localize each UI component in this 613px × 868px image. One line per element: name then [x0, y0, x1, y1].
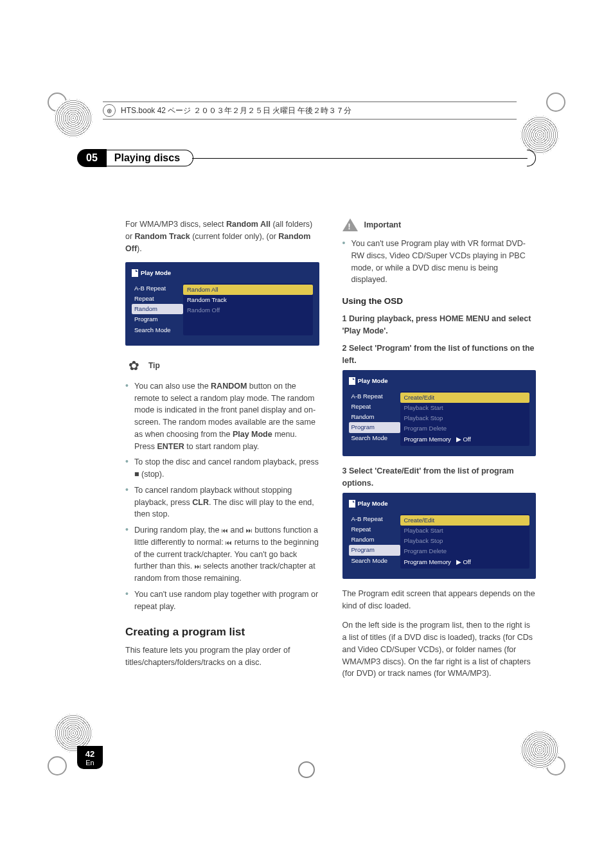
print-header: ⊕ HTS.book 42 ページ ２００３年２月２５日 火曜日 午後２時３７分	[103, 102, 517, 120]
tip-label: Tip	[148, 360, 160, 371]
menu-item: A-B Repeat	[132, 283, 183, 294]
menu-item-selected: Random	[132, 304, 183, 314]
section-header: 05 Playing discs	[77, 149, 536, 167]
menu-option-dim: Program Delete	[400, 546, 530, 556]
intro-paragraph: For WMA/MP3 discs, select Random All (al…	[125, 218, 319, 254]
page-footer: 42 En	[77, 746, 103, 769]
left-column: For WMA/MP3 discs, select Random All (al…	[125, 218, 319, 701]
menu-option-selected: Create/Edit	[400, 515, 530, 526]
menu-item: A-B Repeat	[349, 391, 400, 402]
menu-option-dim: Playback Start	[400, 403, 530, 413]
program-edit-body-1: The Program edit screen that appears dep…	[342, 588, 537, 612]
gear-icon: ✿	[125, 357, 142, 374]
menu-item-selected: Program	[349, 422, 400, 432]
term-random-track: Random Track	[135, 232, 190, 241]
osd-menu-create-edit: Play Mode A-B Repeat Repeat Random Progr…	[342, 493, 537, 579]
important-header: Important	[342, 218, 537, 231]
step-3: 3 Select 'Create/Edit' from the list of …	[342, 465, 537, 490]
tip-item: During random play, the ⏮ and ⏭ buttons …	[125, 524, 319, 585]
page-lang: En	[85, 759, 94, 766]
menu-option: Program Memory ▶ Off	[400, 434, 530, 445]
menu-item: Repeat	[132, 294, 183, 304]
important-item: You can't use Program play with VR forma…	[342, 238, 537, 286]
menu-option-dim: Program Delete	[400, 423, 530, 434]
heading-using-osd: Using the OSD	[342, 295, 537, 308]
stop-icon: ■	[134, 470, 139, 479]
important-list: You can't use Program play with VR forma…	[342, 238, 537, 286]
menu-left-list: A-B Repeat Repeat Random Program Search …	[349, 391, 400, 446]
warning-icon	[342, 218, 358, 231]
menu-item: Search Mode	[349, 433, 400, 443]
menu-right-list: Create/Edit Playback Start Playback Stop…	[400, 514, 530, 569]
step-1: 1 During playback, press HOME MENU and s…	[342, 313, 537, 337]
tip-header: ✿ Tip	[125, 357, 319, 374]
registration-circle	[520, 116, 559, 154]
menu-item: Random	[349, 412, 400, 422]
menu-title: Play Mode	[141, 269, 171, 278]
next-track-icon: ⏭	[195, 562, 201, 571]
menu-option: Random Track	[183, 295, 313, 305]
program-edit-body-2: On the left side is the program list, th…	[342, 619, 537, 680]
menu-option-dim: Random Off	[183, 305, 313, 315]
tip-item: You can also use the RANDOM button on th…	[125, 380, 319, 453]
section-number: 05	[77, 149, 107, 167]
crop-mark	[45, 755, 68, 778]
tip-item: To cancel random playback without stoppi…	[125, 484, 319, 520]
section-title: Playing discs	[107, 150, 193, 166]
section-rule	[192, 158, 528, 159]
menu-title: Play Mode	[358, 499, 388, 508]
menu-left-list: A-B Repeat Repeat Random Program Search …	[349, 514, 400, 569]
menu-item-selected: Program	[349, 545, 400, 555]
prev-track-icon: ⏮	[226, 538, 232, 547]
menu-option-dim: Playback Start	[400, 526, 530, 536]
menu-option: Program Memory ▶ Off	[400, 557, 530, 567]
right-column: Important You can't use Program play wit…	[342, 218, 537, 701]
registration-circle	[520, 731, 559, 769]
osd-menu-random: Play Mode A-B Repeat Repeat Random Progr…	[125, 262, 319, 346]
menu-item: Repeat	[349, 402, 400, 412]
menu-item: Random	[349, 535, 400, 545]
print-header-text: HTS.book 42 ページ ２００３年２月２５日 火曜日 午後２時３７分	[121, 105, 351, 116]
tip-item: To stop the disc and cancel random playb…	[125, 456, 319, 481]
menu-title: Play Mode	[358, 376, 388, 385]
step-2: 2 Select 'Program' from the list of func…	[342, 342, 537, 367]
doc-icon	[349, 377, 355, 385]
text: For WMA/MP3 discs, select	[125, 220, 226, 229]
term-random-all: Random All	[226, 220, 271, 229]
menu-right-list: Create/Edit Playback Start Playback Stop…	[400, 391, 530, 446]
prev-track-icon: ⏮	[222, 526, 228, 535]
creating-program-body: This feature lets you program the play o…	[125, 644, 319, 669]
menu-option-selected: Random All	[183, 285, 313, 295]
menu-item: Search Mode	[132, 325, 183, 335]
next-track-icon: ⏭	[246, 526, 253, 535]
tip-list: You can also use the RANDOM button on th…	[125, 380, 319, 613]
menu-option-selected: Create/Edit	[400, 393, 530, 403]
tip-item: You can't use random play together with …	[125, 589, 319, 613]
menu-item: Search Mode	[349, 556, 400, 566]
section-end-cap	[527, 150, 536, 166]
menu-item: A-B Repeat	[349, 514, 400, 524]
doc-icon	[349, 500, 355, 508]
doc-icon	[132, 269, 138, 277]
registration-circle	[54, 99, 93, 137]
page-number: 42	[85, 749, 94, 759]
menu-option-dim: Playback Stop	[400, 413, 530, 423]
text: (current folder only), (or	[190, 232, 279, 241]
book-icon: ⊕	[103, 104, 116, 117]
center-register-mark	[298, 761, 315, 778]
crop-mark	[545, 90, 568, 113]
heading-creating-program-list: Creating a program list	[125, 624, 319, 641]
menu-right-list: Random All Random Track Random Off	[183, 283, 313, 335]
menu-item: Program	[132, 314, 183, 324]
menu-option-dim: Playback Stop	[400, 536, 530, 546]
osd-menu-program: Play Mode A-B Repeat Repeat Random Progr…	[342, 370, 537, 456]
important-label: Important	[364, 219, 402, 231]
menu-left-list: A-B Repeat Repeat Random Program Search …	[132, 283, 183, 335]
menu-item: Repeat	[349, 524, 400, 535]
text: ).	[137, 244, 142, 253]
